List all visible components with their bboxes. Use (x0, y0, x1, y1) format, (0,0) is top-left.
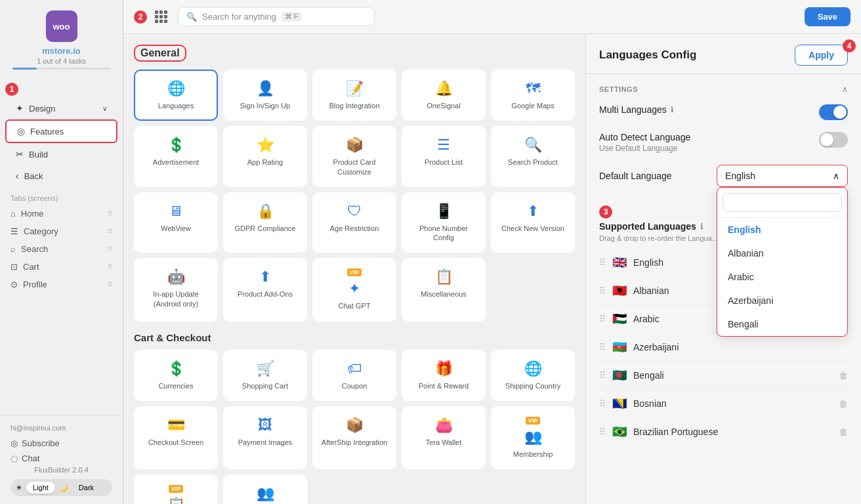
age-label: Age Restriction (330, 224, 379, 233)
sidebar-item-design[interactable]: ✦ Design ∨ (5, 98, 117, 119)
sidebar-item-build[interactable]: ✂ Build (5, 144, 117, 165)
language-dropdown-button[interactable]: English ∧ (717, 165, 848, 187)
right-panel: 4 Languages Config Apply SETTINGS ∧ Mult… (585, 34, 861, 504)
auto-detect-knob (820, 133, 833, 146)
category-icon: ☰ (10, 226, 18, 236)
feature-membership[interactable]: VIP 👥 Membership (491, 406, 575, 469)
lang-option-english[interactable]: English (717, 218, 847, 242)
multi-languages-row: Multi Languages ℹ (599, 104, 848, 120)
drag-bengali-icon: ⠿ (599, 370, 606, 381)
feature-blog-integration[interactable]: 📝 Blog Integration (312, 70, 396, 121)
sidebar-item-features[interactable]: ◎ Features (5, 119, 117, 143)
dark-mode-btn[interactable]: Dark (72, 482, 100, 494)
tab-home[interactable]: ⌂ Home ⠿ (0, 205, 123, 222)
webview-icon: 🖥 (169, 203, 183, 220)
tabs-section-label: Tabs (screens) (0, 189, 123, 205)
auto-detect-desc: Use Default Language (599, 144, 819, 153)
payment-label: Payment Images (238, 438, 293, 447)
feature-miscellaneous[interactable]: 📋 Miscellaneous (402, 258, 486, 321)
delete-br-icon[interactable]: 🗑 (839, 427, 848, 437)
feature-coupon[interactable]: 🏷 Coupon (312, 350, 396, 401)
chat-action[interactable]: ◌ Chat (10, 451, 112, 466)
version-text: FluxBuilder 2.0.4 (10, 466, 112, 474)
badge-4: 4 (843, 39, 856, 52)
feature-inapp-update[interactable]: 🤖 In-app Update (Android only) (134, 258, 218, 321)
feature-product-card[interactable]: 📦 Product Card Customize (312, 126, 396, 187)
feature-checkout-screen[interactable]: 💳 Checkout Screen (134, 406, 218, 469)
delete-bengali-icon[interactable]: 🗑 (839, 370, 848, 381)
tab-cart[interactable]: ⊡ Cart ⠿ (0, 258, 123, 276)
logo-text: woo (53, 22, 70, 32)
subscribe-action[interactable]: ◎ Subscribe (10, 436, 112, 451)
shipping-label: Shipping Country (505, 381, 560, 390)
drag-category-icon: ⠿ (108, 228, 112, 235)
lang-option-bengali[interactable]: Bengali (717, 312, 847, 336)
feature-webview[interactable]: 🖥 WebView (134, 192, 218, 253)
membership-label: Membership (513, 450, 553, 459)
gdpr-label: GDPR Compliance (235, 224, 296, 233)
feature-b2b[interactable]: 👥 B2B Feature (223, 474, 307, 504)
save-button[interactable]: Save (805, 7, 850, 26)
feature-woocommerce-appointments[interactable]: VIP 📋 WooCommerce Appointments (134, 474, 218, 504)
feature-product-addons[interactable]: ⬆ Product Add-Ons (223, 258, 307, 321)
feature-onesignal[interactable]: 🔔 OneSignal (402, 70, 486, 121)
feature-shipping-country[interactable]: 🌐 Shipping Country (491, 350, 575, 401)
wallet-label: Tera Wallet (426, 438, 462, 447)
shopping-cart-icon: 🛒 (257, 360, 274, 377)
lang-option-arabic[interactable]: Arabic (717, 265, 847, 289)
search-bar[interactable]: 🔍 Search for anything ⌘ F (178, 7, 375, 26)
feature-chat-gpt[interactable]: VIP ✦ Chat GPT (312, 258, 396, 321)
feature-point-reward[interactable]: 🎁 Point & Reward (402, 350, 486, 401)
auto-detect-toggle[interactable] (819, 132, 848, 148)
blog-label: Blog Integration (329, 101, 379, 110)
drag-bosnian-icon: ⠿ (599, 398, 606, 409)
auto-detect-text: Auto Detect Language (599, 132, 690, 142)
sidebar-item-back[interactable]: ‹ Back (5, 165, 117, 186)
feature-google-maps[interactable]: 🗺 Google Maps (491, 70, 575, 121)
general-section-title: General (134, 45, 575, 62)
feature-languages[interactable]: 🌐 Languages (134, 70, 218, 121)
feature-app-rating[interactable]: ⭐ App Rating (223, 126, 307, 187)
feature-sign-in-up[interactable]: 👤 Sign In/Sign Up (223, 70, 307, 121)
feature-tera-wallet[interactable]: 👛 Tera Wallet (402, 406, 486, 469)
feature-phone-number[interactable]: 📱 Phone Number Config (402, 192, 486, 253)
language-dropdown[interactable]: English ∧ English Albanian Arabic (717, 165, 848, 187)
feature-product-list[interactable]: ☰ Product List (402, 126, 486, 187)
lang-list-brazilian-portuguese: ⠿ 🇧🇷 Brazilian Portuguese 🗑 (599, 418, 848, 446)
feature-currencies[interactable]: 💲 Currencies (134, 350, 218, 401)
tab-profile[interactable]: ⊙ Profile ⠿ (0, 276, 123, 293)
tab-category-label: Category (24, 226, 58, 236)
feature-age-restriction[interactable]: 🛡 Age Restriction (312, 192, 396, 253)
feature-check-new-version[interactable]: ⬆ Check New Version (491, 192, 575, 253)
auto-detect-info: Auto Detect Language Use Default Languag… (599, 132, 819, 153)
tab-category[interactable]: ☰ Category ⠿ (0, 222, 123, 240)
language-search-input[interactable] (723, 193, 842, 212)
flag-bengali: 🇧🇩 (612, 368, 627, 383)
lang-option-azerbaijani[interactable]: Azerbaijani (717, 289, 847, 312)
right-panel-title: Languages Config (599, 49, 696, 62)
profile-icon: ⊙ (10, 280, 18, 289)
search-placeholder: Search for anything (202, 12, 276, 22)
feature-aftership[interactable]: 📦 AfterShip Integration (312, 406, 396, 469)
ad-icon: 💲 (167, 136, 185, 154)
feature-advertisement[interactable]: 💲 Advertisement (134, 126, 218, 187)
sidebar-item-label-build: Build (29, 150, 48, 159)
sidebar-item-label-design: Design (29, 104, 55, 114)
multi-languages-toggle[interactable] (819, 104, 848, 120)
chevron-up-icon: ∧ (833, 171, 839, 181)
back-chevron-icon: ‹ (16, 171, 19, 181)
lang-option-albanian[interactable]: Albanian (717, 242, 847, 265)
home-icon: ⌂ (10, 209, 16, 219)
feature-gdpr[interactable]: 🔒 GDPR Compliance (223, 192, 307, 253)
light-mode-btn[interactable]: Light (26, 482, 55, 494)
search-product-label: Search Product (508, 158, 558, 167)
feature-payment-images[interactable]: 🖼 Payment Images (223, 406, 307, 469)
feature-shopping-cart[interactable]: 🛒 Shopping Cart (223, 350, 307, 401)
tab-search[interactable]: ⌕ Search ⠿ (0, 240, 123, 258)
delete-bosnian-icon[interactable]: 🗑 (839, 398, 848, 409)
b2b-icon: 👥 (257, 485, 274, 502)
theme-toggle[interactable]: ☀ Light 🌙 Dark (10, 479, 112, 496)
lang-name-azerbaijani: Azerbaijani (633, 342, 848, 352)
apply-button[interactable]: Apply (795, 45, 848, 66)
feature-search-product[interactable]: 🔍 Search Product (491, 126, 575, 187)
